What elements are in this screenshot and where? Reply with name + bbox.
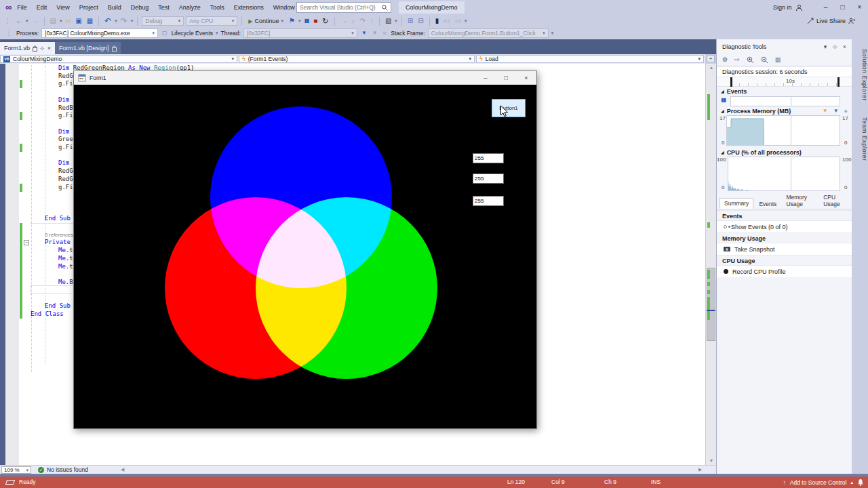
debugbar-overflow-caret[interactable]: ▾	[551, 30, 554, 36]
undo-caret[interactable]: ▾	[115, 18, 117, 24]
form-maximize-button[interactable]: □	[496, 71, 516, 85]
editor-indicator-margin[interactable]	[5, 64, 19, 465]
button1[interactable]: Button1	[492, 99, 526, 117]
step-over-icon[interactable]: ↷	[359, 16, 367, 26]
form1-titlebar[interactable]: Form1 – □ ×	[74, 71, 536, 85]
scroll-left-icon[interactable]: ◀	[121, 467, 124, 472]
new-project-icon[interactable]: ▤	[49, 16, 58, 26]
undo-icon[interactable]: ↶	[103, 16, 113, 26]
memory-marker-icon[interactable]: ●	[844, 108, 848, 115]
bookmark-prev-icon[interactable]: ▭	[454, 16, 462, 26]
step-out-icon[interactable]: ↑	[369, 16, 375, 26]
live-share-button[interactable]: Live Share	[807, 15, 856, 27]
memory-filter-icon[interactable]: ▼	[823, 108, 828, 114]
diag-tab-events[interactable]: Events	[755, 199, 781, 209]
bookmark-next-icon[interactable]: ▭	[442, 16, 451, 26]
search-input[interactable]	[300, 4, 379, 11]
form-close-button[interactable]: ×	[516, 71, 536, 85]
navigate-forward-icon[interactable]: →	[31, 16, 40, 26]
side-tab-team-explorer[interactable]: Team Explorer	[852, 110, 868, 168]
summary-link-record-cpu-profile[interactable]: Record CPU Profile	[717, 266, 852, 277]
summary-link-show-events-0-of-0-[interactable]: Show Events (0 of 0)	[717, 221, 852, 232]
maximize-button[interactable]: □	[834, 0, 851, 15]
redo-icon[interactable]: ↷	[119, 16, 129, 26]
side-tab-solution-explorer[interactable]: Solution Explorer	[852, 42, 868, 108]
cpu-section-header[interactable]: ◢ CPU (% of all processors)	[717, 148, 852, 157]
solution-config-combo[interactable]: Debug▾	[142, 16, 184, 26]
stop-debug-icon[interactable]: ■	[312, 16, 319, 26]
restart-icon[interactable]: ↻	[321, 16, 330, 26]
memory-section-header[interactable]: ◢ Process Memory (MB) ▼ ▼ ●	[717, 106, 852, 115]
character-indicator[interactable]: Ch 9	[604, 476, 651, 488]
form1-window[interactable]: Form1 – □ × Button1	[73, 70, 537, 429]
open-file-icon[interactable]: ▱	[64, 16, 72, 26]
lifecycle-events-label[interactable]: Lifecycle Events	[172, 30, 213, 37]
menu-analyze[interactable]: Analyze	[179, 0, 201, 15]
export-icon[interactable]: ⇨	[734, 56, 740, 63]
filter-flagged-icon[interactable]: ▼	[371, 28, 379, 39]
close-button[interactable]: ×	[851, 0, 868, 15]
menu-window[interactable]: Window	[273, 0, 295, 15]
analysis-caret[interactable]: ▾	[395, 18, 397, 24]
tab-form1-vb-design[interactable]: Form1.vb [Design]	[55, 42, 121, 54]
break-all-icon[interactable]: ▮▮	[302, 16, 310, 26]
textbox-2[interactable]	[473, 174, 504, 184]
diag-tab-memory-usage[interactable]: Memory Usage	[782, 192, 818, 209]
step-into-icon[interactable]: ↓	[351, 16, 357, 26]
source-control-caret[interactable]: ▴	[850, 480, 853, 485]
lifecycle-caret[interactable]: ▾	[216, 30, 218, 36]
breakpoints-caret[interactable]: ▾	[298, 18, 301, 24]
breakpoints-icon[interactable]: ⚑	[288, 16, 296, 26]
textbox-1[interactable]	[473, 153, 504, 163]
timeline-handle-left[interactable]	[730, 77, 732, 87]
zoom-in-icon[interactable]	[747, 56, 754, 64]
zoom-out-icon[interactable]	[761, 56, 768, 64]
window-layout-icon[interactable]: ⊞	[406, 16, 414, 26]
menu-view[interactable]: View	[56, 0, 69, 15]
pin-panel-icon[interactable]: ⊹	[832, 43, 837, 50]
save-all-icon[interactable]: ▦	[85, 16, 94, 26]
navigate-back-icon[interactable]: ←	[14, 16, 24, 26]
collapse-region-button[interactable]: −	[24, 240, 29, 245]
scroll-down-icon[interactable]: ▼	[706, 458, 717, 463]
platform-combo[interactable]: Any CPU▾	[186, 16, 237, 26]
editor-vertical-scrollbar[interactable]: ▲ ▼	[705, 64, 716, 465]
summary-link-take-snapshot[interactable]: Take Snapshot	[717, 243, 852, 255]
minimize-button[interactable]: –	[817, 0, 834, 15]
menu-tools[interactable]: Tools	[210, 0, 224, 15]
events-section-header[interactable]: ◢ Events	[717, 87, 852, 96]
menu-extensions[interactable]: Extensions	[234, 0, 264, 15]
diag-tab-cpu-usage[interactable]: CPU Usage	[819, 192, 849, 209]
sign-in-button[interactable]: Sign in	[773, 0, 803, 15]
notifications-bell-icon[interactable]	[857, 479, 864, 487]
zoom-level-dropdown[interactable]: 109 % ▾	[1, 466, 31, 474]
menu-project[interactable]: Project	[79, 0, 98, 15]
add-to-source-control-button[interactable]: Add to Source Control	[790, 479, 847, 486]
form-minimize-button[interactable]: –	[475, 71, 496, 85]
close-tab-icon[interactable]: ×	[47, 45, 51, 52]
filter-threads-icon[interactable]: ▼	[360, 28, 368, 39]
save-icon[interactable]: ▣	[74, 16, 83, 26]
code-analysis-icon[interactable]: ▧	[384, 16, 393, 26]
menu-debug[interactable]: Debug	[131, 0, 149, 15]
toolbar-overflow-caret[interactable]: ▾	[465, 18, 467, 24]
redo-caret[interactable]: ▾	[131, 18, 134, 24]
bookmark-icon[interactable]: ▮	[434, 16, 441, 26]
panel-menu-caret[interactable]: ▾	[824, 43, 827, 50]
pause-events-icon[interactable]: ▮▮	[721, 97, 726, 103]
show-next-statement-icon[interactable]: →	[339, 16, 349, 26]
tab-form1-vb[interactable]: Form1.vb ⊹ ×	[0, 42, 55, 54]
insert-mode-indicator[interactable]: INS	[651, 476, 660, 488]
split-editor-button[interactable]: +	[707, 55, 715, 62]
window-layout-alt-icon[interactable]: ⊟	[416, 16, 425, 26]
memory-snapshot-icon[interactable]: ▼	[833, 108, 839, 114]
diag-tab-summary[interactable]: Summary	[719, 198, 753, 209]
class-dropdown[interactable]: ϟ (Form1 Events) ▾	[239, 55, 475, 63]
suspend-icon[interactable]: ≈	[382, 28, 389, 39]
timeline-ruler[interactable]: 10s	[717, 77, 852, 87]
timeline-chart-icon[interactable]: ▥	[775, 56, 781, 63]
scroll-up-icon[interactable]: ▲	[706, 65, 717, 70]
close-panel-icon[interactable]: ×	[843, 43, 846, 50]
stack-frame-combo[interactable]: ColourMixingDemo.Form1.Button1_Click▾	[428, 28, 549, 38]
menu-edit[interactable]: Edit	[37, 0, 47, 15]
